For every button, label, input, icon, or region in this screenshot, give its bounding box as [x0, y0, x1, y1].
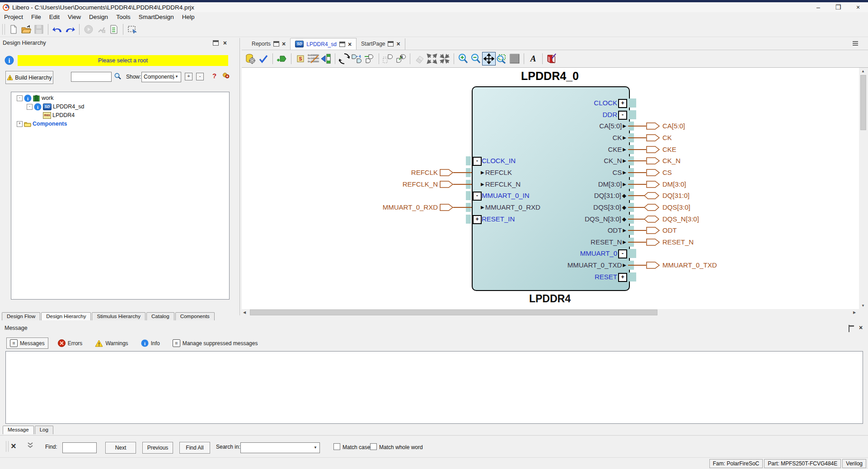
scroll-down-icon[interactable]: ▼: [860, 304, 866, 308]
group-expander-icon[interactable]: +: [618, 99, 627, 108]
menu-smartdesign[interactable]: SmartDesign: [135, 13, 178, 21]
tree-item-lpddr4[interactable]: mssLPDDR4: [37, 111, 75, 119]
save-icon[interactable]: [33, 23, 45, 36]
message-output-area[interactable]: [5, 351, 863, 424]
build-hierarchy-button[interactable]: ! Build Hierarchy: [5, 71, 53, 84]
tree-expander-icon[interactable]: +: [17, 121, 23, 127]
zoom-to-fit-icon[interactable]: [482, 52, 496, 66]
port-DQ[31:0][interactable]: DQ[31:0]◆: [594, 191, 626, 200]
top-level-pin-shape[interactable]: [646, 238, 660, 248]
top-level-pin-REFCLK[interactable]: REFCLK: [411, 168, 438, 177]
filter-warnings[interactable]: !Warnings: [92, 338, 131, 348]
top-level-pin-CA[5:0][interactable]: CA[5:0]: [662, 122, 685, 131]
show-combo[interactable]: Components ▼: [141, 72, 181, 82]
menu-help[interactable]: Help: [178, 13, 199, 21]
group-expander-icon[interactable]: +: [618, 273, 627, 282]
notes-icon[interactable]: [545, 52, 558, 65]
tree-expander-icon[interactable]: -: [17, 95, 23, 101]
hierarchy-search-input[interactable]: [71, 72, 112, 82]
top-level-pin-shape[interactable]: [646, 261, 660, 271]
top-level-pin-RESET_N[interactable]: RESET_N: [662, 238, 694, 247]
port-CK_N[interactable]: CK_N▶: [604, 156, 626, 165]
bus-interface-icon[interactable]: [319, 52, 332, 65]
group-expander-icon[interactable]: +: [473, 215, 482, 224]
float-tab-icon[interactable]: [388, 41, 394, 47]
top-level-pin-shape[interactable]: [646, 226, 660, 236]
add-text-icon[interactable]: A: [527, 52, 540, 65]
expand-all-button[interactable]: +: [185, 73, 192, 80]
title-bar[interactable]: Libero - C:\Users\User\Documents\LPDDR4\…: [0, 2, 868, 12]
top-level-pin-DM[3:0][interactable]: DM[3:0]: [662, 180, 686, 189]
menu-tools[interactable]: Tools: [112, 13, 135, 21]
search-icon[interactable]: [114, 72, 122, 80]
find-input[interactable]: [62, 442, 97, 453]
top-level-pin-CKE[interactable]: CKE: [662, 145, 676, 154]
group-expander-icon[interactable]: -: [473, 157, 482, 166]
tree-item-lpddr4_sd[interactable]: -iSDLPDDR4_sd: [27, 103, 84, 111]
port-DM[3:0][interactable]: DM[3:0]▶: [598, 180, 626, 189]
top-level-pin-REFCLK_N[interactable]: REFCLK_N: [403, 180, 438, 189]
checkbox-icon[interactable]: [370, 443, 377, 450]
redo-icon[interactable]: [64, 23, 76, 36]
memory-map-icon[interactable]: 0x000000000x100000000x20000000: [307, 52, 319, 65]
top-level-pin-shape[interactable]: [646, 157, 660, 166]
simulation-icon[interactable]: F: [95, 23, 108, 36]
port-DQS_N[3:0][interactable]: DQS_N[3:0]◆: [585, 215, 626, 224]
top-level-pin-shape[interactable]: [646, 169, 660, 178]
top-level-pin-CK[interactable]: CK: [662, 133, 672, 142]
horizontal-scrollbar[interactable]: ◀ ▶: [242, 309, 859, 315]
tree-expander-icon[interactable]: -: [27, 104, 33, 110]
undo-icon[interactable]: [51, 23, 64, 36]
quick-connect-icon[interactable]: [363, 52, 376, 65]
restore-work-area-icon[interactable]: [438, 52, 451, 65]
top-level-pin-shape[interactable]: [440, 169, 453, 178]
close-tab-icon[interactable]: ×: [396, 42, 400, 46]
tree-item-components[interactable]: +Components: [17, 120, 67, 128]
scroll-right-icon[interactable]: ▶: [853, 310, 856, 314]
close-tab-icon[interactable]: ×: [282, 42, 286, 46]
top-level-pin-shape[interactable]: [646, 122, 660, 131]
group-port-CLOCK[interactable]: CLOCK: [594, 98, 617, 108]
find-next-button[interactable]: Next: [105, 442, 136, 454]
top-level-pin-shape[interactable]: [643, 192, 660, 201]
top-level-pin-shape[interactable]: [646, 145, 660, 155]
top-level-pin-CS[interactable]: CS: [662, 168, 672, 177]
top-level-pin-DQS_N[3:0][interactable]: DQS_N[3:0]: [662, 215, 699, 224]
menu-edit[interactable]: Edit: [45, 13, 64, 21]
match-whole-word-checkbox[interactable]: Match whole word: [370, 443, 423, 450]
top-level-pin-MMUART_0_RXD[interactable]: MMUART_0_RXD: [383, 203, 438, 212]
expand-find-options-icon[interactable]: [27, 442, 33, 450]
configure-icon[interactable]: S: [294, 52, 307, 65]
maximize-button[interactable]: ❒: [828, 2, 848, 12]
maximize-work-area-icon[interactable]: [426, 52, 438, 65]
tab-log[interactable]: Log: [35, 426, 53, 434]
filter-info[interactable]: iInfo: [138, 338, 163, 348]
top-level-pin-shape[interactable]: [643, 203, 660, 213]
top-level-pin-DQ[31:0][interactable]: DQ[31:0]: [662, 191, 690, 200]
editor-tab-lpddr4_sd[interactable]: SDLPDDR4_sd×: [291, 38, 357, 50]
top-level-pin-shape[interactable]: [440, 203, 453, 213]
panel-splitter[interactable]: [239, 38, 240, 315]
filter-messages[interactable]: ≡Messages: [6, 338, 48, 349]
group-port-MMUART_0_IN[interactable]: MMUART_0_IN: [482, 191, 530, 200]
group-port-RESET[interactable]: RESET: [595, 272, 617, 281]
smartdesign-canvas[interactable]: LPDDR4_0 CLOCK+DDR-CA[5:0]▶CA[5:0]CK▶CKC…: [242, 68, 859, 309]
search-in-combo[interactable]: ▼: [240, 442, 320, 453]
port-CS[interactable]: CS▶: [612, 168, 626, 177]
float-message-panel-icon[interactable]: [849, 325, 849, 332]
close-panel-icon[interactable]: ×: [223, 41, 227, 45]
top-level-pin-ODT[interactable]: ODT: [662, 226, 677, 235]
port-CK[interactable]: CK▶: [612, 133, 626, 142]
float-panel-icon[interactable]: [213, 40, 219, 46]
run-icon[interactable]: [82, 23, 95, 36]
connection-mode-icon[interactable]: [351, 52, 363, 65]
filter-manage-suppressed-messages[interactable]: ≡Manage suppressed messages: [169, 338, 261, 348]
find-all-button[interactable]: Find All: [179, 442, 210, 454]
group-port-CLOCK_IN[interactable]: CLOCK_IN: [482, 156, 516, 165]
top-level-pin-shape[interactable]: [643, 215, 660, 225]
filter-errors[interactable]: Errors: [55, 338, 86, 348]
open-project-icon[interactable]: [20, 23, 33, 36]
top-level-pin-shape[interactable]: [646, 134, 660, 143]
tree-item-work[interactable]: -iwork: [17, 94, 53, 102]
add-port-icon[interactable]: [276, 52, 288, 65]
